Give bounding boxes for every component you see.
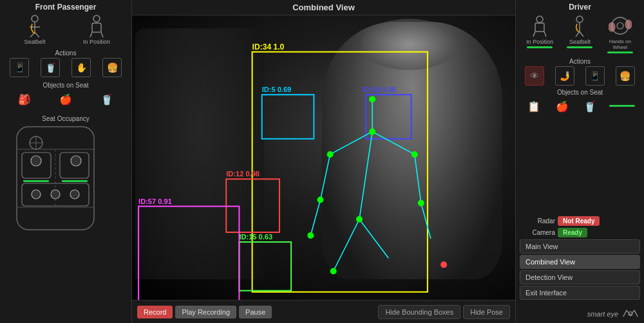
svg-point-21	[51, 190, 60, 199]
driver-action-1-icon: 👁	[525, 66, 544, 86]
svg-line-61	[544, 32, 546, 37]
in-position-label: In Position	[83, 39, 110, 45]
driver-actions-label: Actions	[520, 58, 640, 65]
detection-view-button[interactable]: Detection View	[520, 270, 640, 284]
seatbelt-label: Seatbelt	[24, 39, 45, 45]
svg-line-7	[90, 32, 92, 37]
bottom-right-buttons: Hide Bounding Boxes Hide Pose	[378, 305, 510, 319]
hands-on-wheel-label: Hands on Wheel	[602, 39, 638, 50]
svg-point-20	[32, 190, 41, 199]
svg-point-22	[70, 190, 79, 199]
in-position-icon	[88, 14, 106, 37]
center-panel: Combined View ID:34 1.0 ID:5 0.69 ID:10 …	[132, 0, 515, 323]
right-panel: Driver In Position	[515, 0, 644, 323]
video-area: ID:34 1.0 ID:5 0.69 ID:10 0.45 ID:12 0.9…	[132, 15, 515, 300]
driver-object-cup-icon: 🥤	[581, 97, 599, 115]
camera-control-row: Camera Ready	[520, 228, 640, 237]
action-eat-icon: 🍔	[102, 58, 122, 77]
driver-action-4-icon: 🍔	[616, 66, 635, 86]
svg-point-68	[609, 23, 615, 32]
objects-row: 🎒 🍎 🥤	[4, 90, 128, 108]
bottom-left-buttons: Record Play Recording Pause	[137, 306, 272, 318]
objects-section-label: Objects on Seat	[4, 82, 128, 89]
actions-section-label: Actions	[4, 50, 128, 57]
svg-line-65	[580, 32, 583, 37]
camera-status: Ready	[558, 228, 587, 237]
smart-eye-icon	[621, 308, 640, 320]
pause-button[interactable]: Pause	[239, 306, 272, 318]
driver-seatbelt-icon	[571, 15, 588, 37]
object-apple-icon: 🍎	[57, 90, 75, 108]
smart-eye-logo: smart eye	[520, 308, 640, 320]
driver-action-3-icon: 📱	[585, 66, 605, 86]
driver-in-position-label: In Position	[526, 39, 553, 45]
driver-hands-bar	[607, 51, 633, 53]
left-panel-title: Front Passenger	[4, 3, 128, 12]
bottom-controls-bar: Record Play Recording Pause Hide Boundin…	[132, 300, 515, 323]
record-button[interactable]: Record	[137, 306, 173, 318]
in-position-status: In Position	[77, 14, 116, 45]
svg-point-58	[536, 16, 543, 23]
scene-overlay	[132, 15, 515, 300]
radar-control-row: Radar Not Ready	[520, 216, 640, 226]
driver-seatbelt-label: Seatbelt	[569, 39, 591, 45]
smart-eye-text: smart eye	[587, 310, 618, 318]
driver-object-apple-icon: 🍎	[553, 97, 571, 115]
driver-object-tablet-icon: 📋	[525, 97, 543, 115]
svg-point-0	[32, 15, 38, 22]
driver-seatbelt-bar	[567, 46, 592, 48]
svg-rect-59	[535, 23, 544, 32]
exit-interface-button[interactable]: Exit Interface	[520, 286, 640, 300]
left-seat	[135, 28, 264, 279]
svg-rect-6	[92, 23, 101, 32]
radar-status: Not Ready	[558, 216, 600, 226]
object-bag-icon: 🎒	[15, 90, 33, 108]
play-recording-button[interactable]: Play Recording	[175, 306, 236, 318]
seatbelt-icon-box	[23, 14, 46, 37]
svg-point-5	[93, 15, 100, 22]
seat-diagram-svg	[4, 124, 107, 233]
action-phone-icon: 📱	[10, 58, 29, 77]
in-position-icon-box	[85, 14, 108, 37]
driver-object-bar	[609, 105, 635, 107]
controls-section: Radar Not Ready Camera Ready Main View C…	[520, 214, 640, 304]
svg-rect-16	[23, 180, 49, 182]
driver-in-position-bar	[527, 46, 553, 48]
headrest	[361, 19, 457, 70]
driver-in-position-icon	[531, 15, 548, 37]
hands-on-wheel-icon	[609, 14, 632, 37]
driver-in-position: In Position	[522, 14, 558, 53]
driver-in-position-icon-box	[528, 14, 551, 37]
right-panel-title: Driver	[520, 3, 640, 12]
svg-line-60	[533, 32, 535, 37]
driver-seatbelt-icon-box	[568, 14, 591, 37]
combined-view-button[interactable]: Combined View	[520, 255, 640, 269]
hide-pose-button[interactable]: Hide Pose	[463, 305, 510, 319]
actions-row: 📱 🥤 ✋ 🍔	[4, 58, 128, 77]
driver-actions-row: 👁 🤳 📱 🍔	[520, 66, 640, 86]
driver-action-2-icon: 🤳	[555, 66, 574, 86]
svg-line-4	[35, 32, 39, 37]
driver-status-row: In Position Seatbelt	[520, 14, 640, 53]
main-view-button[interactable]: Main View	[520, 239, 640, 254]
seat-occupancy-section: Seat Occupancy	[4, 113, 128, 235]
svg-point-18	[31, 156, 41, 166]
seatbelt-icon	[26, 14, 44, 37]
svg-point-69	[625, 20, 632, 29]
radar-label: Radar	[520, 217, 555, 225]
hide-bounding-boxes-button[interactable]: Hide Bounding Boxes	[378, 305, 460, 319]
object-cup-icon: 🥤	[98, 90, 116, 108]
action-gesture-icon: ✋	[71, 58, 91, 77]
svg-line-8	[101, 32, 103, 37]
driver-seatbelt: Seatbelt	[562, 14, 598, 53]
driver-hands-on-wheel: Hands on Wheel	[602, 14, 638, 53]
driver-objects-row: 📋 🍎 🥤	[520, 97, 640, 115]
action-drink-icon: 🥤	[41, 58, 60, 77]
front-passenger-status-row: Seatbelt In Position	[4, 14, 128, 45]
camera-label: Camera	[520, 229, 555, 236]
svg-point-62	[576, 16, 583, 23]
seatbelt-status: Seatbelt	[15, 14, 54, 45]
svg-rect-17	[62, 180, 88, 182]
driver-hands-icon-box	[609, 14, 632, 37]
center-panel-title: Combined View	[132, 0, 515, 15]
